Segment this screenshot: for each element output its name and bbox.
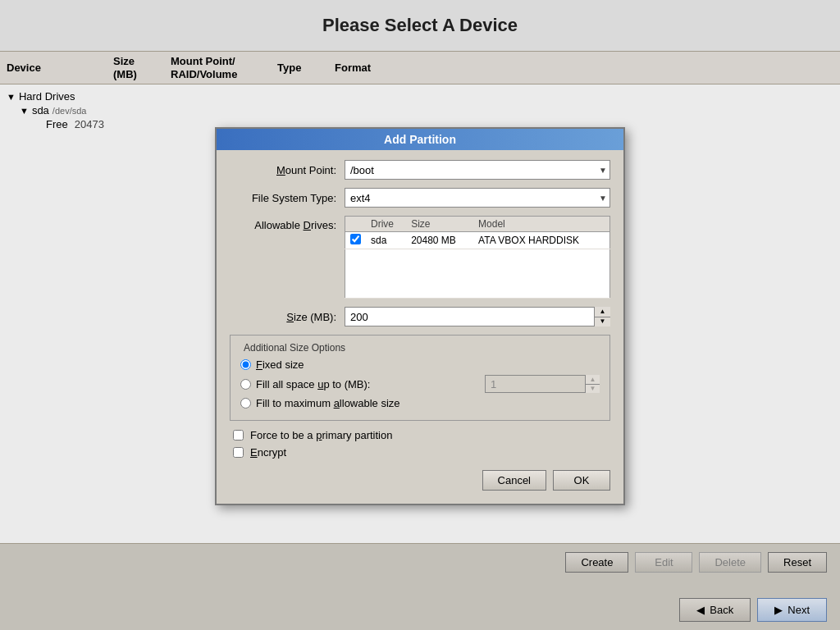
fixed-size-row: Fixed size [240, 358, 600, 371]
cancel-button[interactable]: Cancel [482, 470, 546, 491]
force-primary-label: Force to be a primary partition [250, 429, 392, 441]
size-up-btn[interactable]: ▲ [595, 307, 610, 317]
size-spinner-wrapper: ▲ ▼ [345, 307, 610, 326]
force-primary-checkbox[interactable] [233, 430, 244, 441]
drives-col-model: Model [473, 217, 609, 232]
dialog-title: Add Partition [217, 129, 623, 150]
fill-max-row: Fill to maximum allowable size [240, 397, 600, 409]
dialog-body: Mount Point: /boot / /home /var ▼ [217, 150, 623, 504]
drive-checkbox[interactable] [350, 234, 361, 244]
file-system-control: ext4 ext3 ext2 xfs swap ▼ [345, 188, 610, 208]
mount-point-row: Mount Point: /boot / /home /var ▼ [230, 160, 610, 180]
allowable-drives-content: Drive Size Model sda 20480 [345, 216, 610, 299]
size-down-btn[interactable]: ▼ [595, 317, 610, 327]
fill-up-row: Fill all space up to (MB): ▲ ▼ [240, 375, 600, 393]
encrypt-checkbox[interactable] [233, 447, 244, 458]
drives-table: Drive Size Model sda 20480 [345, 216, 610, 299]
table-row-empty [345, 249, 610, 299]
allowable-drives-row: Allowable Drives: Drive Size Model [230, 216, 610, 299]
fill-up-input-wrapper: ▲ ▼ [485, 375, 600, 393]
fill-up-btn-up[interactable]: ▲ [586, 375, 600, 385]
additional-size-legend: Additional Size Options [240, 342, 600, 354]
file-system-select[interactable]: ext4 ext3 ext2 xfs swap [345, 188, 610, 208]
size-input[interactable] [345, 307, 610, 326]
size-row: Size (MB): ▲ ▼ [230, 307, 610, 326]
additional-size-options: Additional Size Options Fixed size Fill … [230, 335, 610, 421]
file-system-row: File System Type: ext4 ext3 ext2 xfs swa… [230, 188, 610, 208]
table-row[interactable]: sda 20480 MB ATA VBOX HARDDISK [345, 232, 610, 249]
fill-max-label: Fill to maximum allowable size [256, 397, 600, 409]
size-control: ▲ ▼ [345, 307, 610, 326]
fill-up-input[interactable] [485, 375, 600, 393]
encrypt-row: Encrypt [230, 446, 610, 459]
fill-up-spinner-buttons: ▲ ▼ [585, 375, 600, 393]
drive-size-cell: 20480 MB [406, 232, 473, 249]
modal-backdrop: Add Partition Mount Point: /boot / /home… [0, 0, 840, 630]
mount-point-select[interactable]: /boot / /home /var [345, 160, 610, 180]
fixed-size-label: Fixed size [256, 358, 600, 371]
fixed-size-radio[interactable] [240, 359, 251, 370]
drive-name-cell: sda [366, 232, 406, 249]
mount-point-label-text: Mount Point: [276, 164, 336, 176]
file-system-select-wrapper: ext4 ext3 ext2 xfs swap ▼ [345, 188, 610, 208]
drives-col-size: Size [406, 217, 473, 232]
drives-col-drive: Drive [366, 217, 406, 232]
file-system-label: File System Type: [230, 192, 345, 204]
fill-max-radio[interactable] [240, 398, 251, 409]
fill-up-radio[interactable] [240, 379, 251, 390]
drive-model-cell: ATA VBOX HARDDISK [473, 232, 609, 249]
fill-up-label: Fill all space up to (MB): [256, 378, 485, 390]
add-partition-dialog: Add Partition Mount Point: /boot / /home… [215, 127, 625, 505]
fill-up-btn-down[interactable]: ▼ [586, 385, 600, 394]
drive-checkbox-cell [345, 232, 367, 249]
allowable-drives-label: Allowable Drives: [230, 216, 345, 231]
size-label: Size (MB): [230, 311, 345, 323]
mount-point-control: /boot / /home /var ▼ [345, 160, 610, 180]
encrypt-label: Encrypt [250, 446, 286, 459]
ok-button[interactable]: OK [553, 470, 610, 491]
drives-col-radio [345, 217, 367, 232]
force-primary-row: Force to be a primary partition [230, 429, 610, 441]
mount-point-label: Mount Point: [230, 164, 345, 176]
dialog-buttons: Cancel OK [230, 463, 610, 494]
mount-point-select-wrapper: /boot / /home /var ▼ [345, 160, 610, 180]
size-spinner-buttons: ▲ ▼ [594, 307, 610, 326]
